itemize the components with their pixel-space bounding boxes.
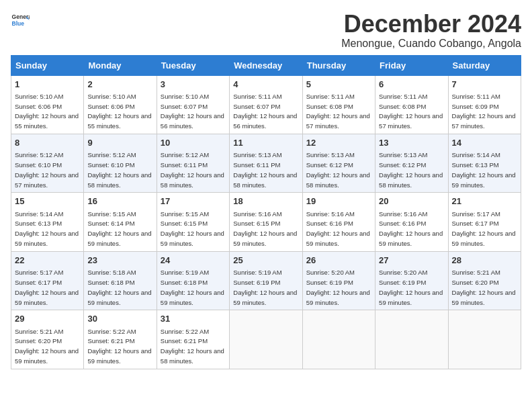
header-monday: Monday xyxy=(84,55,157,75)
logo-icon: General Blue xyxy=(11,11,30,30)
table-row: 26 Sunrise: 5:20 AM Sunset: 6:19 PM Dayl… xyxy=(302,251,375,310)
table-row: 16 Sunrise: 5:15 AM Sunset: 6:14 PM Dayl… xyxy=(84,193,157,251)
day-number: 8 xyxy=(15,137,80,149)
day-number: 28 xyxy=(452,255,517,267)
calendar-row: 29 Sunrise: 5:21 AM Sunset: 6:20 PM Dayl… xyxy=(11,310,521,369)
day-number: 5 xyxy=(306,79,371,91)
day-info: Sunrise: 5:14 AM Sunset: 6:13 PM Dayligh… xyxy=(15,210,79,247)
day-number: 4 xyxy=(233,79,298,91)
day-info: Sunrise: 5:10 AM Sunset: 6:06 PM Dayligh… xyxy=(87,93,151,130)
day-number: 30 xyxy=(87,313,152,325)
day-number: 7 xyxy=(452,79,517,91)
day-info: Sunrise: 5:15 AM Sunset: 6:15 PM Dayligh… xyxy=(161,210,224,247)
day-info: Sunrise: 5:16 AM Sunset: 6:15 PM Dayligh… xyxy=(233,210,297,247)
day-info: Sunrise: 5:11 AM Sunset: 6:08 PM Dayligh… xyxy=(379,93,443,130)
table-row: 8 Sunrise: 5:12 AM Sunset: 6:10 PM Dayli… xyxy=(11,134,84,193)
header-thursday: Thursday xyxy=(302,55,375,75)
calendar-row: 1 Sunrise: 5:10 AM Sunset: 6:06 PM Dayli… xyxy=(11,75,521,134)
day-number: 16 xyxy=(87,195,152,208)
day-number: 14 xyxy=(452,137,517,149)
table-row: 14 Sunrise: 5:14 AM Sunset: 6:13 PM Dayl… xyxy=(448,134,521,193)
table-row xyxy=(302,310,375,369)
day-number: 23 xyxy=(87,255,152,267)
day-number: 25 xyxy=(233,255,298,267)
table-row: 18 Sunrise: 5:16 AM Sunset: 6:15 PM Dayl… xyxy=(230,193,302,251)
header-tuesday: Tuesday xyxy=(157,55,229,75)
day-number: 24 xyxy=(161,255,226,267)
day-number: 13 xyxy=(379,137,444,149)
day-info: Sunrise: 5:16 AM Sunset: 6:16 PM Dayligh… xyxy=(306,210,370,247)
calendar-table: Sunday Monday Tuesday Wednesday Thursday… xyxy=(11,55,521,369)
day-info: Sunrise: 5:12 AM Sunset: 6:10 PM Dayligh… xyxy=(87,151,151,188)
calendar-body: 1 Sunrise: 5:10 AM Sunset: 6:06 PM Dayli… xyxy=(11,75,521,369)
day-info: Sunrise: 5:10 AM Sunset: 6:07 PM Dayligh… xyxy=(161,93,224,130)
day-number: 31 xyxy=(161,313,226,325)
day-info: Sunrise: 5:17 AM Sunset: 6:17 PM Dayligh… xyxy=(452,210,516,247)
day-number: 15 xyxy=(15,195,80,208)
calendar-row: 22 Sunrise: 5:17 AM Sunset: 6:17 PM Dayl… xyxy=(11,251,521,310)
day-number: 2 xyxy=(87,79,152,91)
day-number: 6 xyxy=(379,79,444,91)
day-number: 12 xyxy=(306,137,371,149)
table-row: 4 Sunrise: 5:11 AM Sunset: 6:07 PM Dayli… xyxy=(230,75,302,134)
day-info: Sunrise: 5:21 AM Sunset: 6:20 PM Dayligh… xyxy=(452,269,516,306)
table-row: 25 Sunrise: 5:19 AM Sunset: 6:19 PM Dayl… xyxy=(230,251,302,310)
page-header: General Blue December 2024 Menongue, Cua… xyxy=(11,11,521,50)
day-number: 3 xyxy=(161,79,226,91)
day-number: 27 xyxy=(379,255,444,267)
table-row: 9 Sunrise: 5:12 AM Sunset: 6:10 PM Dayli… xyxy=(84,134,157,193)
day-info: Sunrise: 5:12 AM Sunset: 6:10 PM Dayligh… xyxy=(15,151,79,188)
calendar-row: 15 Sunrise: 5:14 AM Sunset: 6:13 PM Dayl… xyxy=(11,193,521,251)
day-number: 17 xyxy=(161,195,226,208)
day-info: Sunrise: 5:15 AM Sunset: 6:14 PM Dayligh… xyxy=(87,210,151,247)
table-row: 5 Sunrise: 5:11 AM Sunset: 6:08 PM Dayli… xyxy=(302,75,375,134)
day-info: Sunrise: 5:21 AM Sunset: 6:20 PM Dayligh… xyxy=(15,328,79,365)
day-info: Sunrise: 5:19 AM Sunset: 6:19 PM Dayligh… xyxy=(233,269,297,306)
day-info: Sunrise: 5:18 AM Sunset: 6:18 PM Dayligh… xyxy=(87,269,151,306)
table-row xyxy=(375,310,448,369)
day-number: 29 xyxy=(15,313,80,325)
day-info: Sunrise: 5:20 AM Sunset: 6:19 PM Dayligh… xyxy=(306,269,370,306)
table-row: 11 Sunrise: 5:13 AM Sunset: 6:11 PM Dayl… xyxy=(230,134,302,193)
day-info: Sunrise: 5:10 AM Sunset: 6:06 PM Dayligh… xyxy=(15,93,79,130)
calendar-row: 8 Sunrise: 5:12 AM Sunset: 6:10 PM Dayli… xyxy=(11,134,521,193)
table-row: 24 Sunrise: 5:19 AM Sunset: 6:18 PM Dayl… xyxy=(157,251,229,310)
day-info: Sunrise: 5:22 AM Sunset: 6:21 PM Dayligh… xyxy=(161,328,224,365)
table-row: 21 Sunrise: 5:17 AM Sunset: 6:17 PM Dayl… xyxy=(448,193,521,251)
header-wednesday: Wednesday xyxy=(230,55,302,75)
table-row: 6 Sunrise: 5:11 AM Sunset: 6:08 PM Dayli… xyxy=(375,75,448,134)
day-number: 19 xyxy=(306,195,371,208)
day-info: Sunrise: 5:19 AM Sunset: 6:18 PM Dayligh… xyxy=(161,269,224,306)
table-row: 23 Sunrise: 5:18 AM Sunset: 6:18 PM Dayl… xyxy=(84,251,157,310)
table-row: 1 Sunrise: 5:10 AM Sunset: 6:06 PM Dayli… xyxy=(11,75,84,134)
table-row: 2 Sunrise: 5:10 AM Sunset: 6:06 PM Dayli… xyxy=(84,75,157,134)
day-info: Sunrise: 5:22 AM Sunset: 6:21 PM Dayligh… xyxy=(87,328,151,365)
day-number: 11 xyxy=(233,137,298,149)
header-friday: Friday xyxy=(375,55,448,75)
day-info: Sunrise: 5:13 AM Sunset: 6:11 PM Dayligh… xyxy=(233,151,297,188)
table-row: 28 Sunrise: 5:21 AM Sunset: 6:20 PM Dayl… xyxy=(448,251,521,310)
svg-text:Blue: Blue xyxy=(12,20,25,27)
header-sunday: Sunday xyxy=(11,55,84,75)
day-info: Sunrise: 5:11 AM Sunset: 6:07 PM Dayligh… xyxy=(233,93,297,130)
table-row: 17 Sunrise: 5:15 AM Sunset: 6:15 PM Dayl… xyxy=(157,193,229,251)
day-info: Sunrise: 5:14 AM Sunset: 6:13 PM Dayligh… xyxy=(452,151,516,188)
table-row: 27 Sunrise: 5:20 AM Sunset: 6:19 PM Dayl… xyxy=(375,251,448,310)
day-number: 21 xyxy=(452,195,517,208)
table-row: 7 Sunrise: 5:11 AM Sunset: 6:09 PM Dayli… xyxy=(448,75,521,134)
day-number: 18 xyxy=(233,195,298,208)
day-number: 26 xyxy=(306,255,371,267)
day-info: Sunrise: 5:20 AM Sunset: 6:19 PM Dayligh… xyxy=(379,269,443,306)
day-info: Sunrise: 5:17 AM Sunset: 6:17 PM Dayligh… xyxy=(15,269,79,306)
day-info: Sunrise: 5:12 AM Sunset: 6:11 PM Dayligh… xyxy=(161,151,224,188)
location-title: Menongue, Cuando Cobango, Angola xyxy=(341,38,521,50)
table-row: 19 Sunrise: 5:16 AM Sunset: 6:16 PM Dayl… xyxy=(302,193,375,251)
table-row xyxy=(230,310,302,369)
day-info: Sunrise: 5:16 AM Sunset: 6:16 PM Dayligh… xyxy=(379,210,443,247)
day-info: Sunrise: 5:13 AM Sunset: 6:12 PM Dayligh… xyxy=(379,151,443,188)
header-saturday: Saturday xyxy=(448,55,521,75)
day-info: Sunrise: 5:13 AM Sunset: 6:12 PM Dayligh… xyxy=(306,151,370,188)
day-number: 1 xyxy=(15,79,80,91)
day-info: Sunrise: 5:11 AM Sunset: 6:08 PM Dayligh… xyxy=(306,93,370,130)
table-row: 13 Sunrise: 5:13 AM Sunset: 6:12 PM Dayl… xyxy=(375,134,448,193)
